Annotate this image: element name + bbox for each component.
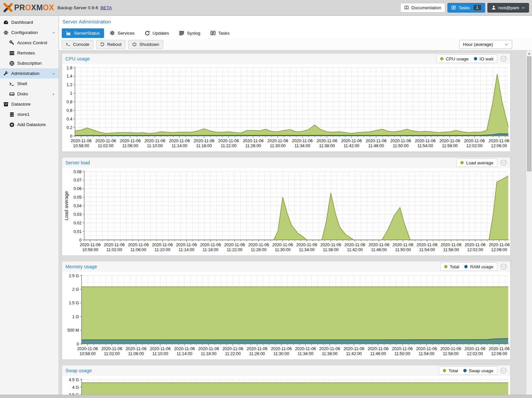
svg-text:11:10:00: 11:10:00 (147, 144, 163, 148)
svg-text:11:18:00: 11:18:00 (201, 351, 217, 356)
sidebar-item-add-datastore[interactable]: Add Datastore (0, 119, 58, 130)
tab-serverstatus[interactable]: ServerStatus (62, 28, 104, 38)
collapse-arrow-icon[interactable] (52, 31, 55, 34)
svg-text:2020-11-06: 2020-11-06 (267, 139, 288, 143)
svg-text:0.2: 0.2 (67, 125, 72, 130)
svg-text:12:02:00: 12:02:00 (467, 351, 483, 356)
svg-text:12:02:00: 12:02:00 (466, 144, 482, 148)
console-label: Console (73, 42, 89, 47)
collapse-arrow-icon[interactable] (52, 72, 55, 75)
collapse-panel-button[interactable] (500, 55, 507, 62)
scroll-up-button[interactable] (526, 51, 532, 56)
panel-title: Memory usage (65, 264, 97, 269)
svg-text:2020-11-06: 2020-11-06 (248, 243, 269, 247)
svg-text:11:42:00: 11:42:00 (347, 248, 363, 252)
legend-item-total[interactable]: Total (444, 264, 459, 269)
svg-text:2020-11-06: 2020-11-06 (366, 139, 386, 143)
legend-item-load-average[interactable]: Load average (460, 160, 493, 165)
top-bar: PROXMOX Backup Server 0.9-6 BETA Documen… (0, 0, 532, 16)
legend-item-io-wait[interactable]: IO wait (474, 56, 493, 61)
svg-text:2020-11-06: 2020-11-06 (125, 347, 146, 351)
svg-text:2020-11-06: 2020-11-06 (77, 347, 98, 351)
svg-text:11:50:00: 11:50:00 (394, 351, 410, 356)
user-menu-button[interactable]: root@pam (487, 3, 529, 13)
svg-text:11:38:00: 11:38:00 (322, 351, 338, 356)
svg-text:11:42:00: 11:42:00 (344, 144, 360, 148)
page-title: Server Administration (62, 19, 111, 25)
database-icon (9, 112, 15, 117)
svg-text:11:26:00: 11:26:00 (249, 351, 265, 356)
shutdown-button[interactable]: Shutdown (128, 40, 163, 49)
collapse-panel-button[interactable] (500, 367, 507, 374)
documentation-label: Documentation (411, 5, 441, 10)
svg-text:11:38:00: 11:38:00 (323, 248, 339, 252)
svg-text:2020-11-06: 2020-11-06 (344, 243, 365, 247)
brand-text: PROXMOX (14, 3, 54, 12)
svg-text:11:54:00: 11:54:00 (419, 248, 435, 252)
svg-text:0: 0 (77, 342, 79, 347)
collapse-panel-button[interactable] (500, 159, 507, 166)
svg-text:4.5 G: 4.5 G (69, 378, 79, 382)
legend-item-total[interactable]: Total (443, 368, 458, 373)
svg-text:11:06:00: 11:06:00 (123, 144, 138, 148)
sidebar-item-disks[interactable]: Disks (0, 89, 58, 99)
scrollbar-thumb[interactable] (527, 56, 531, 171)
svg-text:1.2: 1.2 (67, 83, 72, 87)
svg-text:2020-11-06: 2020-11-06 (415, 139, 436, 143)
tasks-count-badge: 1 (474, 5, 481, 10)
expand-arrow-icon[interactable] (52, 92, 55, 96)
svg-text:11:18:00: 11:18:00 (203, 248, 219, 252)
collapse-panel-button[interactable] (500, 263, 507, 270)
reboot-button[interactable]: Reboot (96, 40, 126, 49)
sidebar-item-dashboard[interactable]: Dashboard (0, 17, 58, 27)
svg-text:2020-11-06: 2020-11-06 (296, 243, 317, 247)
toolbar: Console Reboot Shutdown Hour (average) (59, 38, 532, 50)
svg-text:2020-11-06: 2020-11-06 (295, 347, 316, 351)
sidebar-item-administration[interactable]: Administration (0, 68, 58, 79)
svg-text:11:46:00: 11:46:00 (368, 144, 384, 148)
user-label: root@pam (498, 5, 519, 10)
tab-label: Tasks (218, 31, 230, 36)
sidebar-item-configuration[interactable]: Configuration (0, 27, 58, 38)
timeframe-select[interactable]: Hour (average) (459, 40, 512, 49)
sidebar-item-shell[interactable]: Shell (0, 79, 58, 89)
svg-text:2020-11-06: 2020-11-06 (128, 243, 149, 247)
svg-text:10:58:00: 10:58:00 (80, 351, 96, 356)
legend-dot (444, 265, 447, 268)
sidebar-item-store1[interactable]: store1 (0, 109, 58, 119)
svg-text:11:06:00: 11:06:00 (128, 351, 144, 356)
sidebar-item-access-control[interactable]: Access Control (0, 38, 58, 48)
chevron-down-icon (521, 6, 525, 10)
svg-text:11:02:00: 11:02:00 (98, 144, 114, 148)
tab-updates[interactable]: Updates (140, 28, 173, 38)
sidebar-item-datastore[interactable]: Datastore (0, 99, 58, 109)
legend-dot (460, 161, 464, 164)
tab-syslog[interactable]: Syslog (175, 28, 205, 38)
console-button[interactable]: Console (62, 40, 93, 49)
legend-item-ram-usage[interactable]: RAM usage (464, 264, 493, 269)
svg-text:2020-11-06: 2020-11-06 (218, 139, 239, 143)
main-content: Server Administration ServerStatusServic… (59, 16, 532, 395)
svg-text:11:46:00: 11:46:00 (370, 351, 386, 356)
legend-item-swap-usage[interactable]: Swap usage (463, 368, 493, 373)
legend-dot (464, 265, 468, 268)
tab-tasks[interactable]: Tasks (206, 28, 234, 38)
svg-text:10:58:00: 10:58:00 (73, 144, 89, 148)
legend-label: Total (448, 368, 458, 373)
sidebar-item-subscription[interactable]: Subscription (0, 58, 58, 68)
svg-text:2020-11-06: 2020-11-06 (95, 139, 116, 143)
svg-text:2020-11-06: 2020-11-06 (417, 243, 438, 247)
documentation-button[interactable]: Documentation (400, 3, 445, 13)
svg-text:2020-11-06: 2020-11-06 (198, 347, 219, 351)
book-icon (404, 5, 409, 10)
tab-services[interactable]: Services (105, 28, 139, 38)
svg-text:0: 0 (70, 134, 72, 139)
vertical-scrollbar[interactable] (526, 50, 532, 395)
undo-icon (100, 42, 105, 47)
svg-text:2020-11-06: 2020-11-06 (368, 347, 388, 351)
sidebar-item-remotes[interactable]: Remotes (0, 48, 58, 58)
legend-item-cpu-usage[interactable]: CPU usage (440, 56, 469, 61)
beta-link[interactable]: BETA (100, 5, 112, 10)
svg-text:2020-11-06: 2020-11-06 (243, 139, 264, 143)
tasks-button[interactable]: Tasks 1 (447, 3, 485, 13)
